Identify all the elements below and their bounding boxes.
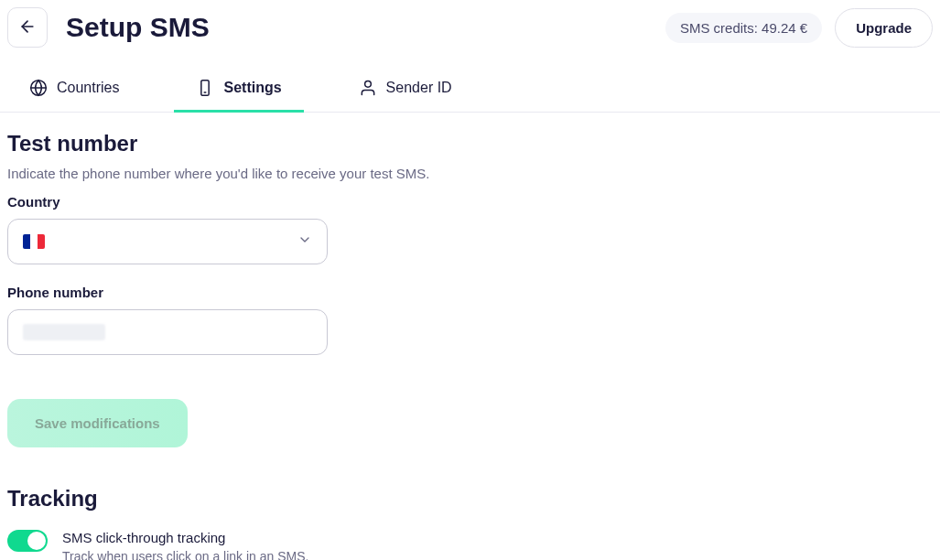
flag-stripe (23, 234, 30, 249)
back-button[interactable] (7, 7, 48, 48)
save-button[interactable]: Save modifications (7, 399, 188, 447)
phone-icon (196, 79, 214, 97)
test-number-subtitle: Indicate the phone number where you'd li… (7, 166, 933, 181)
chevron-down-icon (297, 232, 312, 251)
tracking-toggle-label: SMS click-through tracking (62, 530, 308, 545)
phone-label: Phone number (7, 285, 933, 300)
header-left: Setup SMS (7, 7, 210, 48)
tab-settings[interactable]: Settings (174, 66, 303, 113)
country-label: Country (7, 194, 933, 210)
tab-label: Sender ID (386, 80, 452, 96)
tab-countries[interactable]: Countries (7, 66, 141, 113)
tab-sender-id[interactable]: Sender ID (337, 66, 474, 113)
toggle-content: SMS click-through tracking Track when us… (62, 530, 308, 560)
svg-point-5 (364, 81, 371, 88)
flag-stripe (30, 234, 38, 249)
tracking-toggle[interactable] (7, 530, 48, 552)
phone-input[interactable] (7, 309, 328, 355)
user-icon (359, 79, 377, 97)
svg-rect-3 (201, 81, 209, 96)
globe-icon (29, 79, 48, 97)
arrow-left-icon (18, 17, 37, 38)
phone-field-wrap: Phone number (7, 285, 933, 355)
tabs: Countries Settings Sender ID (0, 66, 940, 113)
flag-stripe (38, 234, 45, 249)
tracking-toggle-desc: Track when users click on a link in an S… (62, 549, 308, 560)
country-select[interactable] (7, 219, 328, 264)
phone-value-redacted (23, 324, 105, 340)
sms-credits-badge: SMS credits: 49.24 € (665, 13, 822, 43)
upgrade-button[interactable]: Upgrade (835, 8, 933, 48)
tracking-title: Tracking (7, 486, 933, 512)
header-right: SMS credits: 49.24 € Upgrade (665, 8, 933, 48)
toggle-knob (27, 532, 46, 550)
page-title: Setup SMS (66, 12, 210, 43)
tracking-toggle-row: SMS click-through tracking Track when us… (7, 530, 933, 560)
flag-france-icon (23, 234, 45, 249)
page-header: Setup SMS SMS credits: 49.24 € Upgrade (0, 0, 940, 55)
tracking-section: Tracking SMS click-through tracking Trac… (7, 486, 933, 560)
test-number-title: Test number (7, 131, 933, 156)
tab-label: Settings (223, 80, 281, 96)
tab-label: Countries (57, 80, 119, 96)
content: Test number Indicate the phone number wh… (0, 113, 940, 560)
